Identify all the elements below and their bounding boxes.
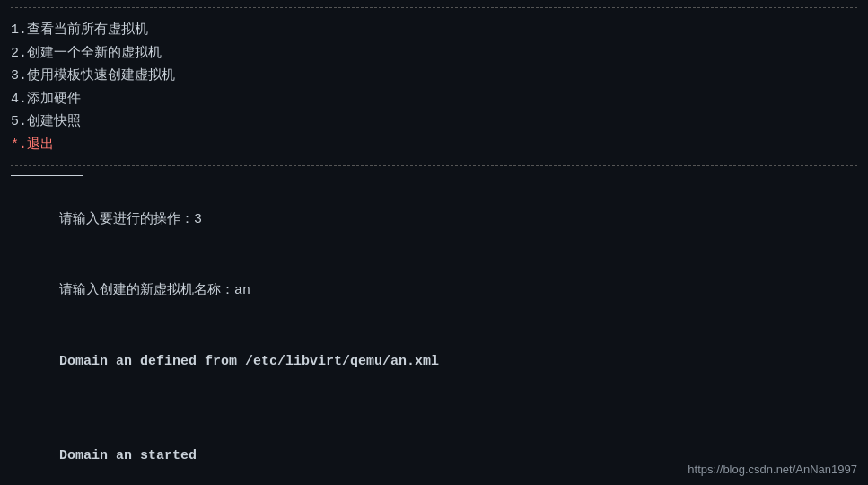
prompt-operation-line: 请输入要进行的操作：3 [11,185,857,256]
short-separator [11,175,83,176]
menu-section: 1.查看当前所有虚拟机 2.创建一个全新的虚拟机 3.使用模板快速创建虚拟机 4… [11,13,857,162]
menu-item-2: 2.创建一个全新的虚拟机 [11,42,857,66]
prompt-name-line: 请输入创建的新虚拟机名称：an [11,256,857,327]
menu-item-1: 1.查看当前所有虚拟机 [11,19,857,42]
menu-item-5: 5.创建快照 [11,110,857,134]
watermark: https://blog.csdn.net/AnNan1997 [688,463,857,476]
output-section: 请输入要进行的操作：3 请输入创建的新虚拟机名称：an Domain an de… [11,185,857,485]
menu-divider [11,165,857,166]
blank-line-1 [11,397,857,420]
terminal-window: 1.查看当前所有虚拟机 2.创建一个全新的虚拟机 3.使用模板快速创建虚拟机 4… [0,0,868,485]
menu-item-exit: *.退出 [11,134,857,157]
domain-defined-line: Domain an defined from /etc/libvirt/qemu… [11,327,857,398]
menu-item-3: 3.使用模板快速创建虚拟机 [11,65,857,88]
top-border [11,7,857,8]
menu-item-4: 4.添加硬件 [11,88,857,111]
